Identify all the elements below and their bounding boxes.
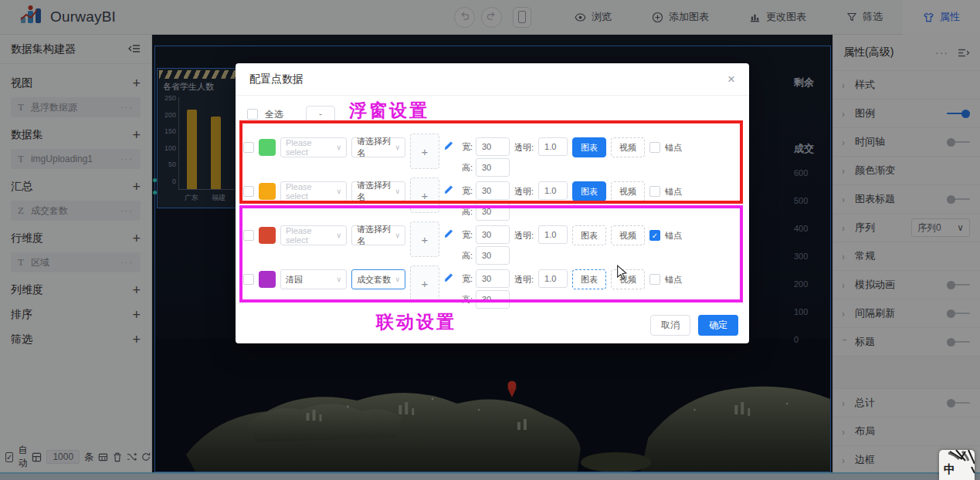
chevron-down-icon: ∨ xyxy=(336,188,341,195)
series-select[interactable]: Please select∨ xyxy=(280,181,347,201)
size-fields: 宽:30高:30 xyxy=(459,181,510,221)
width-input[interactable]: 30 xyxy=(476,269,510,288)
series-select-value: Please select xyxy=(286,138,334,157)
width-input[interactable]: 30 xyxy=(476,225,510,244)
color-swatch[interactable] xyxy=(259,183,276,200)
width-field-line: 宽:30 xyxy=(459,269,510,288)
row-checkbox[interactable] xyxy=(243,274,254,285)
edit-pen-icon[interactable] xyxy=(444,184,454,196)
chart-button[interactable]: 图表 xyxy=(572,225,606,245)
add-point-button[interactable]: + xyxy=(410,221,439,257)
ime-language-label: 中 xyxy=(944,462,955,477)
row-checkbox[interactable] xyxy=(243,230,254,241)
video-button[interactable]: 视频 xyxy=(611,137,645,157)
chevron-down-icon: ∨ xyxy=(395,144,400,151)
series-select-value: Please select xyxy=(286,226,334,245)
height-input[interactable]: 30 xyxy=(476,202,510,221)
width-label: 宽: xyxy=(459,141,473,153)
chevron-down-icon: ∨ xyxy=(395,275,400,283)
opacity-label: 透明: xyxy=(514,186,534,198)
series-select-value: 清园 xyxy=(286,274,303,286)
height-field-line: 高:30 xyxy=(459,246,510,265)
chart-button[interactable]: 图表 xyxy=(572,137,606,157)
edit-pen-icon[interactable] xyxy=(444,272,454,284)
point-config-row: Please select∨请选择列名∨+宽:30高:30透明:1.0图表视频锚… xyxy=(243,176,749,216)
series-select[interactable]: Please select∨ xyxy=(280,137,347,157)
chevron-down-icon: ∨ xyxy=(395,188,400,195)
video-button[interactable]: 视频 xyxy=(611,269,645,289)
edit-pen-icon[interactable] xyxy=(444,140,454,152)
column-select[interactable]: 请选择列名∨ xyxy=(351,181,405,201)
width-input[interactable]: 30 xyxy=(476,181,510,200)
anchor-checkbox[interactable]: ✓ xyxy=(649,230,660,241)
color-swatch[interactable] xyxy=(259,271,276,288)
ime-indicator[interactable]: 中 xyxy=(939,450,975,480)
column-select-value: 请选择列名 xyxy=(357,136,392,159)
add-point-button[interactable]: + xyxy=(410,177,439,213)
anchor-label: 锚点 xyxy=(665,142,682,154)
point-config-rows: Please select∨请选择列名∨+宽:30高:30透明:1.0图表视频锚… xyxy=(236,124,749,304)
cancel-button[interactable]: 取消 xyxy=(650,315,690,336)
add-point-button[interactable]: + xyxy=(410,134,439,169)
height-label: 高: xyxy=(459,206,473,218)
height-input[interactable]: 30 xyxy=(476,290,510,309)
width-input[interactable]: 30 xyxy=(476,137,510,156)
modal-footer: 取消 确定 xyxy=(650,315,738,336)
modal-title: 配置点数据 xyxy=(249,73,303,86)
anchor-checkbox[interactable] xyxy=(649,274,660,285)
configure-point-data-modal: 配置点数据 × 全选 - Please select∨请选择列名∨+宽:30高:… xyxy=(236,63,749,343)
height-label: 高: xyxy=(459,162,473,174)
select-all-checkbox[interactable] xyxy=(247,109,258,120)
row-checkbox[interactable] xyxy=(243,142,254,153)
anchor-label: 锚点 xyxy=(665,230,682,242)
modal-header: 配置点数据 × xyxy=(236,63,749,96)
anchor-checkbox[interactable] xyxy=(649,142,660,153)
opacity-input[interactable]: 1.0 xyxy=(538,225,568,244)
chevron-down-icon: ∨ xyxy=(336,144,341,151)
anchor-checkbox[interactable] xyxy=(649,186,660,197)
chevron-down-icon: ∨ xyxy=(395,232,400,239)
width-field-line: 宽:30 xyxy=(459,225,510,244)
chart-button[interactable]: 图表 xyxy=(572,181,606,201)
height-input[interactable]: 30 xyxy=(476,246,510,265)
column-select-value: 请选择列名 xyxy=(357,224,392,247)
column-select-value: 请选择列名 xyxy=(357,180,392,203)
series-select-value: Please select xyxy=(286,182,334,201)
remove-row-button[interactable]: - xyxy=(306,106,335,123)
row-checkbox[interactable] xyxy=(243,186,254,197)
series-select[interactable]: Please select∨ xyxy=(280,225,347,245)
opacity-input[interactable]: 1.0 xyxy=(538,269,568,288)
opacity-input[interactable]: 1.0 xyxy=(538,181,568,200)
color-swatch[interactable] xyxy=(259,139,276,156)
height-field-line: 高:30 xyxy=(459,158,510,177)
close-icon[interactable]: × xyxy=(727,73,735,86)
anchor-label: 锚点 xyxy=(665,186,682,198)
height-label: 高: xyxy=(459,294,473,306)
column-select[interactable]: 请选择列名∨ xyxy=(351,225,405,245)
add-point-button[interactable]: + xyxy=(410,265,439,301)
series-select[interactable]: 清园∨ xyxy=(280,269,347,289)
opacity-label: 透明: xyxy=(514,274,534,286)
point-config-row: Please select∨请选择列名∨+宽:30高:30透明:1.0图表视频✓… xyxy=(243,220,749,260)
edit-pen-icon[interactable] xyxy=(444,228,454,240)
width-field-line: 宽:30 xyxy=(459,181,510,200)
video-button[interactable]: 视频 xyxy=(611,225,645,245)
height-input[interactable]: 30 xyxy=(476,158,510,177)
size-fields: 宽:30高:30 xyxy=(459,225,510,265)
ok-button[interactable]: 确定 xyxy=(698,315,738,336)
size-fields: 宽:30高:30 xyxy=(459,269,510,309)
video-button[interactable]: 视频 xyxy=(611,181,645,201)
opacity-input[interactable]: 1.0 xyxy=(538,137,568,156)
column-select[interactable]: 成交套数∨ xyxy=(351,269,405,289)
opacity-label: 透明: xyxy=(514,142,534,154)
height-field-line: 高:30 xyxy=(459,202,510,221)
app-root: OurwayBI 浏览添加图表更改图表筛选属性 数据集构建器 视图+T悬浮数据源… xyxy=(0,0,980,480)
opacity-label: 透明: xyxy=(514,230,534,242)
chart-button[interactable]: 图表 xyxy=(572,269,606,289)
point-config-row: Please select∨请选择列名∨+宽:30高:30透明:1.0图表视频锚… xyxy=(243,132,749,172)
point-config-row: 清园∨成交套数∨+宽:30高:30透明:1.0图表视频锚点 xyxy=(243,264,749,304)
chevron-down-icon: ∨ xyxy=(336,275,341,283)
width-label: 宽: xyxy=(459,185,473,197)
column-select[interactable]: 请选择列名∨ xyxy=(351,137,405,157)
color-swatch[interactable] xyxy=(259,227,276,244)
